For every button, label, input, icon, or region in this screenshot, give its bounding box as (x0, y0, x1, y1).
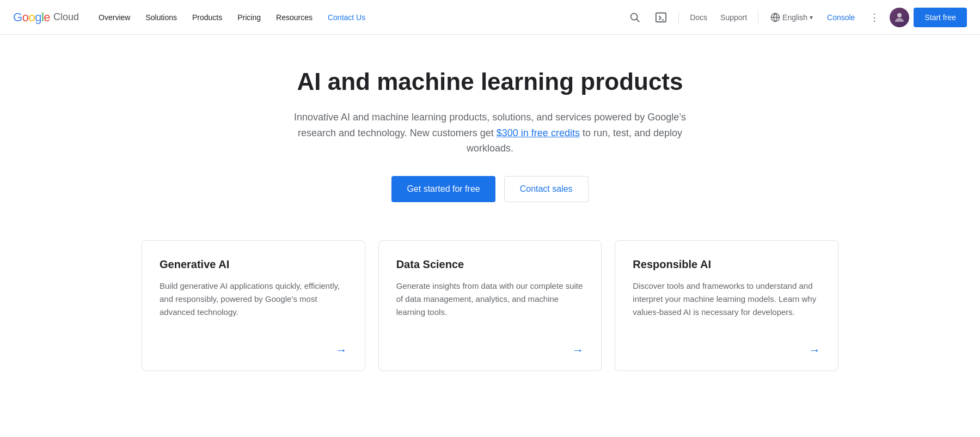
globe-icon (770, 13, 780, 22)
docs-link[interactable]: Docs (685, 9, 712, 26)
logo-letter-e: e (44, 10, 50, 24)
support-link[interactable]: Support (716, 9, 751, 26)
nav-divider-1 (678, 11, 679, 24)
more-options-button[interactable]: ⋮ (863, 7, 885, 28)
avatar-image (890, 8, 909, 27)
svg-point-0 (631, 13, 638, 20)
nav-resources[interactable]: Resources (270, 9, 319, 26)
card-responsible-ai[interactable]: Responsible AI Discover tools and framew… (615, 240, 838, 371)
language-label: English (782, 13, 807, 22)
start-free-button[interactable]: Start free (914, 8, 967, 27)
svg-point-6 (897, 13, 902, 17)
arrow-icon: → (808, 343, 820, 357)
logo-cloud-text: Cloud (53, 11, 79, 23)
nav-solutions[interactable]: Solutions (139, 9, 183, 26)
svg-line-1 (636, 19, 639, 22)
google-cloud-logo[interactable]: Google Cloud (13, 10, 79, 25)
nav-products[interactable]: Products (186, 9, 229, 26)
hero-buttons: Get started for free Contact sales (258, 176, 722, 202)
user-avatar[interactable] (890, 8, 909, 27)
card-data-science-title: Data Science (396, 258, 584, 271)
hero-section: AI and machine learning products Innovat… (245, 35, 735, 229)
nav-pricing[interactable]: Pricing (231, 9, 267, 26)
get-started-button[interactable]: Get started for free (391, 176, 495, 202)
three-dot-icon: ⋮ (869, 11, 879, 23)
console-link[interactable]: Console (823, 9, 859, 26)
card-data-science-arrow: → (396, 343, 584, 357)
free-credits-link[interactable]: $300 in free credits (497, 128, 580, 138)
search-icon (629, 11, 641, 23)
nav-divider-2 (758, 11, 758, 24)
contact-sales-button[interactable]: Contact sales (504, 176, 589, 202)
user-icon (893, 11, 906, 24)
terminal-icon (655, 11, 667, 23)
arrow-icon: → (572, 343, 584, 357)
card-generative-ai-desc: Build generative AI applications quickly… (160, 280, 347, 330)
nav-links: Overview Solutions Products Pricing Reso… (92, 9, 620, 26)
logo-letter-o1: o (22, 10, 29, 24)
card-responsible-ai-title: Responsible AI (633, 258, 820, 271)
logo-letter-g: G (13, 10, 22, 24)
card-generative-ai-arrow: → (160, 343, 347, 357)
logo-letter-g2: g (35, 10, 41, 24)
nav-contact[interactable]: Contact Us (321, 9, 372, 26)
page-title: AI and machine learning products (258, 68, 722, 96)
arrow-icon: → (335, 343, 347, 357)
cards-section: Generative AI Build generative AI applic… (109, 229, 871, 404)
chevron-down-icon: ▾ (810, 14, 813, 21)
logo-letter-o2: o (28, 10, 35, 24)
card-responsible-ai-desc: Discover tools and frameworks to underst… (633, 280, 820, 330)
hero-subtitle: Innovative AI and machine learning produ… (283, 110, 697, 156)
card-generative-ai[interactable]: Generative AI Build generative AI applic… (142, 240, 365, 371)
card-generative-ai-title: Generative AI (160, 258, 347, 271)
card-data-science-desc: Generate insights from data with our com… (396, 280, 584, 330)
terminal-button[interactable] (650, 7, 672, 28)
card-responsible-ai-arrow: → (633, 343, 820, 357)
nav-overview[interactable]: Overview (92, 9, 137, 26)
navbar: Google Cloud Overview Solutions Products… (0, 0, 980, 35)
card-data-science[interactable]: Data Science Generate insights from data… (378, 240, 602, 371)
search-button[interactable] (624, 7, 646, 28)
language-button[interactable]: English ▾ (765, 8, 818, 27)
nav-right: Docs Support English ▾ Console ⋮ Start f (624, 7, 967, 28)
